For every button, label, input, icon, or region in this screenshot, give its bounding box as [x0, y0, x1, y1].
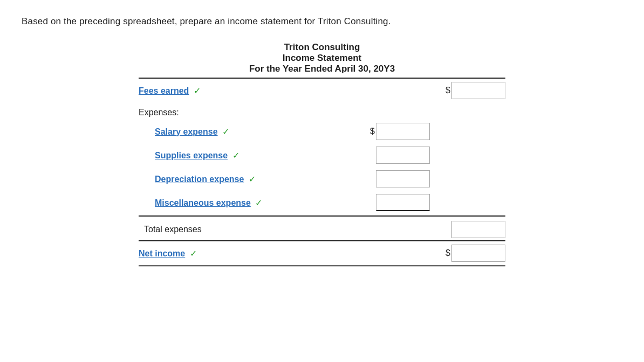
net-income-right: $ [435, 245, 505, 262]
supplies-input[interactable] [376, 147, 430, 164]
misc-mid [360, 194, 430, 211]
net-income-dollar: $ [446, 248, 450, 258]
intro-text: Based on the preceding spreadsheet, prep… [22, 16, 622, 27]
fees-earned-check: ✓ [194, 86, 201, 95]
supplies-label[interactable]: Supplies expense [155, 151, 228, 160]
misc-input[interactable] [376, 194, 430, 211]
salary-label-col: Salary expense ✓ [155, 127, 360, 137]
fees-earned-label-col: Fees earned ✓ [139, 86, 360, 96]
depreciation-mid [360, 170, 430, 187]
fees-earned-row: Fees earned ✓ $ [139, 79, 505, 102]
depreciation-input[interactable] [376, 170, 430, 187]
misc-row: Miscellaneous expense ✓ [139, 191, 505, 217]
period: For the Year Ended April 30, 20Y3 [249, 64, 395, 74]
total-expenses-label: Total expenses [139, 225, 360, 234]
total-expenses-right [435, 221, 505, 238]
salary-check: ✓ [222, 127, 229, 136]
misc-label-col: Miscellaneous expense ✓ [155, 198, 360, 208]
supplies-check: ✓ [232, 151, 239, 160]
net-income-check: ✓ [190, 249, 197, 258]
depreciation-row: Depreciation expense ✓ [139, 167, 505, 191]
fees-earned-dollar: $ [446, 86, 450, 95]
statement-header: Triton Consulting Income Statement For t… [249, 42, 395, 74]
total-expenses-row: Total expenses [139, 217, 505, 240]
salary-dollar: $ [370, 127, 375, 136]
salary-label[interactable]: Salary expense [155, 127, 218, 136]
company-name: Triton Consulting [249, 42, 395, 53]
net-income-label-col: Net income ✓ [139, 248, 360, 259]
salary-row: Salary expense ✓ $ [139, 120, 505, 143]
salary-input[interactable] [376, 123, 430, 140]
supplies-mid [360, 147, 430, 164]
total-expenses-input[interactable] [451, 221, 505, 238]
net-income-label[interactable]: Net income [139, 249, 185, 258]
fees-earned-label[interactable]: Fees earned [139, 86, 189, 95]
net-income-input[interactable] [451, 245, 505, 262]
statement-body: Fees earned ✓ $ Expenses: Salary expense… [139, 78, 505, 267]
misc-check: ✓ [255, 198, 262, 207]
misc-label[interactable]: Miscellaneous expense [155, 198, 251, 207]
expenses-header: Expenses: [139, 102, 505, 120]
supplies-row: Supplies expense ✓ [139, 143, 505, 167]
depreciation-check: ✓ [249, 175, 256, 184]
salary-mid: $ [360, 123, 430, 140]
net-income-row: Net income ✓ $ [139, 240, 505, 267]
fees-earned-right: $ [435, 82, 505, 99]
statement-title: Income Statement [249, 53, 395, 64]
supplies-label-col: Supplies expense ✓ [155, 150, 360, 161]
depreciation-label-col: Depreciation expense ✓ [155, 174, 360, 184]
statement-container: Triton Consulting Income Statement For t… [22, 42, 622, 267]
depreciation-label[interactable]: Depreciation expense [155, 175, 244, 184]
fees-earned-input[interactable] [451, 82, 505, 99]
